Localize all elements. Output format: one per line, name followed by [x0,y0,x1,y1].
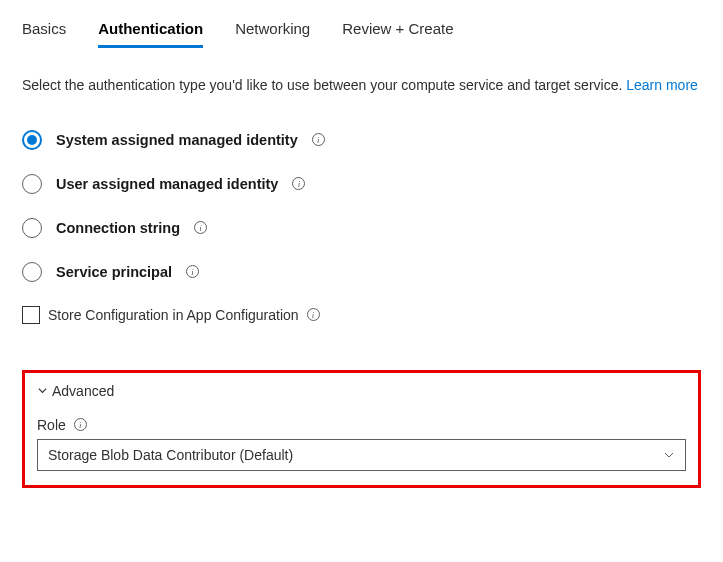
radio-user-assigned[interactable]: User assigned managed identity i [22,174,701,194]
role-value: Storage Blob Data Contributor (Default) [48,447,293,463]
info-icon[interactable]: i [74,418,87,431]
checkbox-icon [22,306,40,324]
radio-label: Service principal [56,264,172,280]
intro-text: Select the authentication type you'd lik… [22,76,701,96]
tab-authentication[interactable]: Authentication [98,20,203,48]
intro-msg: Select the authentication type you'd lik… [22,77,626,93]
info-icon[interactable]: i [186,265,199,278]
radio-system-assigned[interactable]: System assigned managed identity i [22,130,701,150]
radio-icon [22,218,42,238]
radio-label: User assigned managed identity [56,176,278,192]
checkbox-label: Store Configuration in App Configuration [48,307,299,323]
checkbox-store-config[interactable]: Store Configuration in App Configuration… [22,306,701,324]
role-label-row: Role i [37,417,686,433]
tab-review-create[interactable]: Review + Create [342,20,453,48]
radio-label: System assigned managed identity [56,132,298,148]
tab-basics[interactable]: Basics [22,20,66,48]
learn-more-link[interactable]: Learn more [626,77,698,93]
tab-networking[interactable]: Networking [235,20,310,48]
info-icon[interactable]: i [292,177,305,190]
radio-icon [22,130,42,150]
advanced-toggle[interactable]: Advanced [37,383,686,399]
radio-connection-string[interactable]: Connection string i [22,218,701,238]
info-icon[interactable]: i [194,221,207,234]
advanced-label: Advanced [52,383,114,399]
role-label: Role [37,417,66,433]
tab-bar: Basics Authentication Networking Review … [22,20,701,48]
radio-service-principal[interactable]: Service principal i [22,262,701,282]
chevron-down-icon [37,385,48,396]
role-dropdown[interactable]: Storage Blob Data Contributor (Default) [37,439,686,471]
radio-icon [22,262,42,282]
chevron-down-icon [663,449,675,461]
radio-icon [22,174,42,194]
info-icon[interactable]: i [312,133,325,146]
advanced-section: Advanced Role i Storage Blob Data Contri… [22,370,701,488]
info-icon[interactable]: i [307,308,320,321]
radio-label: Connection string [56,220,180,236]
